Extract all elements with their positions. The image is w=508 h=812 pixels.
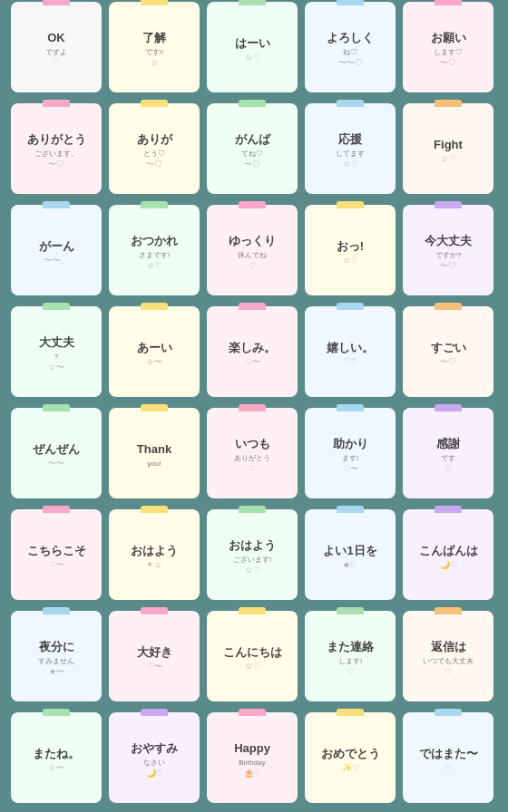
sticker-11[interactable]: がーん〜〜。 <box>11 205 102 295</box>
sticker-sub-text-4: ね♡ <box>343 48 357 57</box>
sticker-12[interactable]: おつかれさまです!☺♡ <box>109 205 200 295</box>
sticker-23[interactable]: いつもありがとう♡ <box>207 408 298 498</box>
sticker-29[interactable]: よい1日を♣♡ <box>305 509 396 600</box>
sticker-4[interactable]: よろしくね♡〜〜♡ <box>305 2 396 92</box>
sticker-21[interactable]: ぜんぜん〜〜 <box>11 408 102 498</box>
sticker-32[interactable]: 大好き♡〜 <box>109 611 200 701</box>
sticker-sub-text-15: ですか? <box>435 251 461 260</box>
sticker-tab-7 <box>141 100 168 107</box>
sticker-19[interactable]: 嬉しい。♡♡ <box>305 306 396 397</box>
sticker-2[interactable]: 了解です!!☺ <box>109 2 200 92</box>
sticker-13[interactable]: ゆっくり休んでね♡ <box>207 205 298 295</box>
sticker-main-text-13: ゆっくり <box>229 234 276 249</box>
sticker-deco-33: ☺♡ <box>244 662 259 672</box>
sticker-sub-text-38: Birthday <box>239 759 265 768</box>
sticker-10[interactable]: Fight☺♡ <box>403 103 493 194</box>
sticker-tab-23 <box>239 404 266 411</box>
sticker-tab-24 <box>337 404 364 411</box>
sticker-26[interactable]: こちらこそ♡〜 <box>11 509 102 600</box>
sticker-main-text-16: 大丈夫 <box>39 335 74 351</box>
sticker-31[interactable]: 夜分にすみません★〜 <box>11 611 102 701</box>
sticker-deco-31: ★〜 <box>49 667 64 678</box>
sticker-main-text-23: いつも <box>235 437 270 452</box>
sticker-39[interactable]: おめでとう✨♡ <box>305 712 396 803</box>
sticker-38[interactable]: HappyBirthday🎂♡ <box>207 712 298 803</box>
sticker-main-text-25: 感謝 <box>436 437 460 452</box>
sticker-24[interactable]: 助かります!♡〜 <box>305 408 396 498</box>
sticker-tab-28 <box>239 506 266 513</box>
sticker-36[interactable]: またね。☺〜 <box>11 712 102 803</box>
sticker-35[interactable]: 返信はいつでも大丈夫♡ <box>403 611 493 701</box>
sticker-17[interactable]: あーい☺〜 <box>109 306 200 397</box>
sticker-main-text-26: こちらこそ <box>27 544 86 559</box>
sticker-main-text-14: おっ! <box>337 239 364 255</box>
sticker-sub-text-37: なさい <box>143 759 165 768</box>
sticker-33[interactable]: こんにちは☺♡ <box>207 611 298 701</box>
sticker-tab-36 <box>43 709 70 716</box>
sticker-deco-34: ♡ <box>347 667 354 678</box>
sticker-tab-18 <box>239 303 266 310</box>
sticker-main-text-33: こんにちは <box>223 645 282 661</box>
sticker-tab-11 <box>43 201 70 208</box>
sticker-25[interactable]: 感謝です♡ <box>403 408 493 498</box>
sticker-16[interactable]: 大丈夫?☺〜 <box>11 306 102 397</box>
sticker-main-text-3: はーい <box>235 36 270 52</box>
sticker-main-text-30: こんばんは <box>419 544 478 559</box>
sticker-sub-text-2: です!! <box>145 48 163 57</box>
sticker-main-text-18: 楽しみ。 <box>229 341 276 356</box>
sticker-main-text-40: ではまた〜 <box>419 747 478 762</box>
sticker-tab-3 <box>239 0 266 5</box>
sticker-main-text-12: おつかれ <box>131 234 178 249</box>
sticker-tab-37 <box>141 709 168 716</box>
sticker-14[interactable]: おっ!☺♡ <box>305 205 396 295</box>
sticker-deco-23: ♡ <box>249 464 256 475</box>
sticker-main-text-6: ありがとう <box>27 132 86 148</box>
sticker-sub-text-23: ありがとう <box>234 454 270 463</box>
sticker-tab-33 <box>239 607 266 614</box>
sticker-deco-39: ✨♡ <box>342 763 359 774</box>
sticker-tab-19 <box>337 303 364 310</box>
sticker-34[interactable]: また連絡します!♡ <box>305 611 396 701</box>
sticker-37[interactable]: おやすみなさい🌙♡ <box>109 712 200 803</box>
sticker-3[interactable]: はーい☺♡ <box>207 2 298 92</box>
sticker-1[interactable]: OKですよ♡ <box>11 2 102 92</box>
sticker-30[interactable]: こんばんは🌙♡ <box>403 509 493 600</box>
sticker-main-text-21: ぜんぜん <box>33 442 80 458</box>
sticker-tab-34 <box>337 607 364 614</box>
sticker-sub-text-12: さまです! <box>139 251 170 260</box>
sticker-deco-18: ♡〜 <box>245 357 260 368</box>
sticker-15[interactable]: 今大丈夫ですか?〜♡ <box>403 205 493 295</box>
sticker-6[interactable]: ありがとうございます。〜♡ <box>11 103 102 194</box>
sticker-main-text-20: すごい <box>431 341 466 356</box>
sticker-8[interactable]: がんばてね♡〜♡ <box>207 103 298 194</box>
sticker-deco-30: 🌙♡ <box>440 560 457 571</box>
sticker-deco-5: 〜♡ <box>440 58 456 69</box>
sticker-27[interactable]: おはよう☀☺ <box>109 509 200 600</box>
sticker-deco-14: ☺♡ <box>342 256 357 266</box>
sticker-9[interactable]: 応援してます☺♡ <box>305 103 396 194</box>
sticker-20[interactable]: すごい〜♡ <box>403 306 493 397</box>
sticker-tab-29 <box>337 506 364 513</box>
sticker-tab-9 <box>337 100 364 107</box>
sticker-deco-2: ☺ <box>150 58 158 69</box>
sticker-deco-32: ♡〜 <box>147 662 162 672</box>
sticker-main-text-27: おはよう <box>131 544 178 559</box>
sticker-deco-4: 〜〜♡ <box>338 58 363 69</box>
sticker-deco-12: ☺♡ <box>146 261 161 272</box>
sticker-sub-text-34: します! <box>338 657 362 666</box>
sticker-sub-text-28: ございます! <box>233 556 271 565</box>
sticker-18[interactable]: 楽しみ。♡〜 <box>207 306 298 397</box>
sticker-7[interactable]: ありがとう♡〜♡ <box>109 103 200 194</box>
sticker-main-text-8: がんば <box>235 132 270 148</box>
sticker-deco-13: ♡ <box>249 261 256 272</box>
sticker-28[interactable]: おはようございます!☺♡ <box>207 509 298 600</box>
sticker-tab-12 <box>141 201 168 208</box>
sticker-5[interactable]: お願いします♡〜♡ <box>403 2 493 92</box>
sticker-sub-text-16: ? <box>54 353 58 362</box>
sticker-40[interactable]: ではまた〜♡ <box>403 712 493 803</box>
sticker-tab-27 <box>141 506 168 513</box>
sticker-tab-32 <box>141 607 168 614</box>
sticker-22[interactable]: Thankyou! <box>109 408 200 498</box>
sticker-main-text-37: おやすみ <box>131 741 178 757</box>
sticker-tab-8 <box>239 100 266 107</box>
